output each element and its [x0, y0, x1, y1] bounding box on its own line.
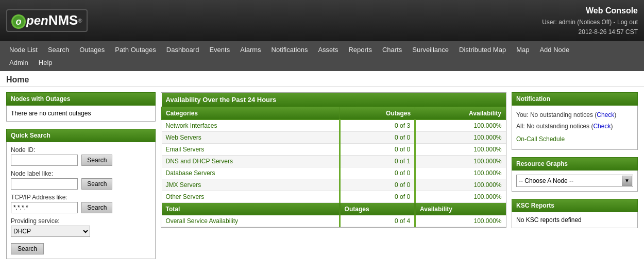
row-category: Other Servers	[162, 191, 340, 202]
row-availability: 100.000%	[415, 155, 506, 167]
table-row: Web Servers 0 of 0 100.000%	[162, 131, 506, 143]
tcp-ip-search-button[interactable]: Search	[81, 202, 112, 213]
timestamp: 2012-8-26 14:57 CST	[542, 27, 638, 37]
logo-open: open	[11, 12, 48, 28]
nav-distributed-map[interactable]: Distributed Map	[454, 43, 511, 56]
outages-text: There are no current outages	[11, 110, 91, 117]
tcp-ip-row: TCP/IP Address like: Search	[11, 194, 151, 213]
service-search-button[interactable]: Search	[11, 243, 44, 254]
row-availability: 100.000%	[415, 179, 506, 191]
row-availability: 100.000%	[415, 131, 506, 143]
row-outages: 0 of 0	[340, 191, 415, 202]
ksc-reports-panel: KSC Reports No KSC reports defined	[512, 199, 638, 228]
nav-help[interactable]: Help	[33, 56, 58, 69]
console-info: Web Console User: admin (Notices Off) - …	[542, 4, 638, 37]
nav-surveillance[interactable]: Surveillance	[407, 43, 454, 56]
quick-search-header: Quick Search	[6, 129, 156, 142]
row-outages: 0 of 0	[340, 143, 415, 155]
row-category: Database Servers	[162, 167, 340, 179]
main-content: Nodes with Outages There are no current …	[0, 87, 644, 264]
row-outages: 0 of 0	[340, 131, 415, 143]
table-row: Other Servers 0 of 0 100.000%	[162, 191, 506, 202]
ksc-reports-text: No KSC reports defined	[516, 216, 582, 224]
row-category: Web Servers	[162, 131, 340, 143]
logo-area: open NMS®	[6, 9, 88, 31]
notification-all: All: No outstanding notices (Check)	[516, 121, 633, 132]
service-label: Providing service:	[11, 217, 151, 225]
summary-category: Overall Service Availability	[162, 215, 340, 227]
availability-table: Availability Over the Past 24 Hours Cate…	[161, 93, 506, 227]
nav-map[interactable]: Map	[511, 43, 534, 56]
page-title-bar: Home	[0, 71, 644, 87]
node-id-label: Node ID:	[11, 146, 151, 154]
row-availability: 100.000%	[415, 143, 506, 155]
ksc-reports-body: No KSC reports defined	[512, 212, 638, 228]
row-outages: 0 of 0	[340, 167, 415, 179]
nav-path-outages[interactable]: Path Outages	[110, 43, 161, 56]
node-id-input[interactable]	[11, 155, 78, 166]
node-id-row: Node ID: Search	[11, 146, 151, 166]
node-label-search-button[interactable]: Search	[81, 178, 112, 190]
nav-add-node[interactable]: Add Node	[534, 43, 574, 56]
navbar-inner: Node List Search Outages Path Outages Da…	[0, 41, 644, 71]
notification-all-text: All: No outstanding notices	[516, 123, 589, 130]
col-categories: Categories	[162, 107, 340, 120]
notification-body: You: No outstanding notices (Check) All:…	[512, 106, 638, 150]
notification-you: You: No outstanding notices (Check)	[516, 110, 633, 121]
total-row: Total Outages Availability	[162, 202, 506, 215]
outages-panel: Nodes with Outages There are no current …	[6, 92, 156, 122]
table-row: Database Servers 0 of 0 100.000%	[162, 167, 506, 179]
left-column: Nodes with Outages There are no current …	[6, 92, 156, 259]
node-select[interactable]: -- Choose A Node --	[516, 175, 633, 187]
table-row: JMX Servers 0 of 0 100.000%	[162, 179, 506, 191]
nav-outages[interactable]: Outages	[74, 43, 110, 56]
logo-reg: ®	[78, 18, 82, 24]
row-outages: 0 of 1	[340, 155, 415, 167]
summary-row: Overall Service Availability 0 of 4 100.…	[162, 215, 506, 227]
row-category: JMX Servers	[162, 179, 340, 191]
logo-o-icon: o	[11, 14, 26, 29]
resource-graphs-panel: Resource Graphs -- Choose A Node -- ▼	[512, 157, 638, 192]
row-category: DNS and DHCP Servers	[162, 155, 340, 167]
table-row: Email Servers 0 of 0 100.000%	[162, 143, 506, 155]
node-label-row: Node label like: Search	[11, 170, 151, 190]
oncall-schedule-link[interactable]: On-Call Schedule	[516, 135, 565, 143]
total-col-availability: Availability	[415, 202, 506, 215]
navbar: Node List Search Outages Path Outages Da…	[0, 41, 644, 71]
resource-graphs-body: -- Choose A Node -- ▼	[512, 171, 638, 192]
service-select[interactable]: DHCP HTTP HTTPS ICMP SMTP SSH FTP	[11, 226, 90, 237]
row-availability: 100.000%	[415, 167, 506, 179]
right-column: Notification You: No outstanding notices…	[512, 92, 638, 259]
outages-panel-header: Nodes with Outages	[6, 92, 156, 106]
availability-table-wrapper: Availability Over the Past 24 Hours Cate…	[161, 92, 506, 228]
node-label-input[interactable]	[11, 178, 78, 190]
notification-panel: Notification You: No outstanding notices…	[512, 92, 638, 150]
notification-all-check[interactable]: Check	[593, 123, 611, 130]
tcp-ip-label: TCP/IP Address like:	[11, 194, 151, 201]
nav-notifications[interactable]: Notifications	[266, 43, 313, 56]
summary-availability: 100.000%	[415, 215, 506, 227]
nav-events[interactable]: Events	[204, 43, 235, 56]
logo-box: open NMS®	[6, 9, 88, 31]
row-outages: 0 of 3	[340, 120, 415, 131]
nav-charts[interactable]: Charts	[377, 43, 407, 56]
total-label: Total	[162, 202, 340, 215]
nav-search[interactable]: Search	[43, 43, 74, 56]
row-availability: 100.000%	[415, 120, 506, 131]
nav-dashboard[interactable]: Dashboard	[161, 43, 205, 56]
col-outages: Outages	[340, 107, 415, 120]
logo-nms: NMS	[48, 12, 78, 28]
outages-panel-body: There are no current outages	[6, 106, 156, 122]
summary-outages: 0 of 4	[340, 215, 415, 227]
notification-you-check[interactable]: Check	[597, 111, 614, 118]
nav-alarms[interactable]: Alarms	[235, 43, 266, 56]
user-info: User: admin (Notices Off) - Log out	[542, 18, 638, 27]
node-id-search-button[interactable]: Search	[81, 155, 112, 166]
nav-assets[interactable]: Assets	[313, 43, 343, 56]
availability-header: Availability Over the Past 24 Hours	[162, 93, 506, 107]
nav-admin[interactable]: Admin	[4, 56, 33, 69]
notification-you-text: You: No outstanding notices	[516, 111, 593, 118]
nav-reports[interactable]: Reports	[343, 43, 377, 56]
nav-node-list[interactable]: Node List	[4, 43, 43, 56]
tcp-ip-input[interactable]	[11, 202, 78, 213]
